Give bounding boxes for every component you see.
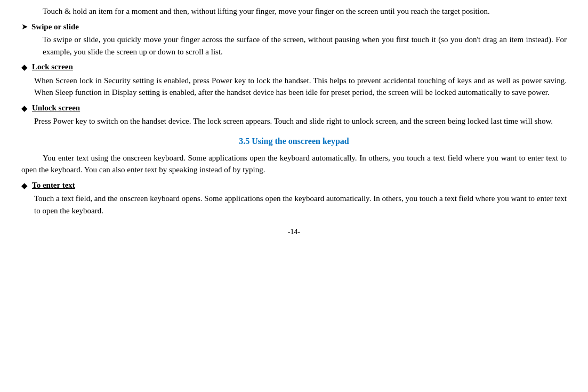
unlock-screen-body: Press Power key to switch on the handset…: [21, 115, 567, 127]
unlock-screen-section: ◆ Unlock screen Press Power key to switc…: [21, 102, 567, 127]
page-content: Touch & hold an item for a moment and th…: [21, 5, 567, 237]
diamond-icon-enter-text: ◆: [21, 180, 28, 192]
swipe-title: Swipe or slide: [31, 21, 79, 33]
lock-screen-heading-row: ◆ Lock screen: [21, 61, 567, 74]
enter-text-heading-row: ◆ To enter text: [21, 179, 567, 192]
lock-screen-title: Lock screen: [32, 61, 73, 73]
unlock-screen-title: Unlock screen: [32, 102, 80, 114]
section-35-body: You enter text using the onscreen keyboa…: [21, 152, 567, 176]
lock-screen-section: ◆ Lock screen When Screen lock in Securi…: [21, 61, 567, 99]
arrow-icon: ➤: [21, 21, 28, 33]
swipe-body: To swipe or slide, you quickly move your…: [21, 34, 567, 58]
enter-text-title: To enter text: [32, 179, 75, 191]
diamond-icon-lock: ◆: [21, 61, 28, 74]
enter-text-section: ◆ To enter text Touch a text field, and …: [21, 179, 567, 217]
page-number: -14-: [21, 226, 567, 237]
lock-screen-body: When Screen lock in Security setting is …: [21, 75, 567, 99]
unlock-screen-heading-row: ◆ Unlock screen: [21, 102, 567, 115]
diamond-icon-unlock: ◆: [21, 102, 28, 115]
section-35-heading: 3.5 Using the onscreen keypad: [21, 135, 567, 148]
intro-paragraph: Touch & hold an item for a moment and th…: [21, 5, 567, 18]
swipe-heading-row: ➤ Swipe or slide: [21, 21, 567, 33]
enter-text-body: Touch a text field, and the onscreen key…: [21, 193, 567, 217]
